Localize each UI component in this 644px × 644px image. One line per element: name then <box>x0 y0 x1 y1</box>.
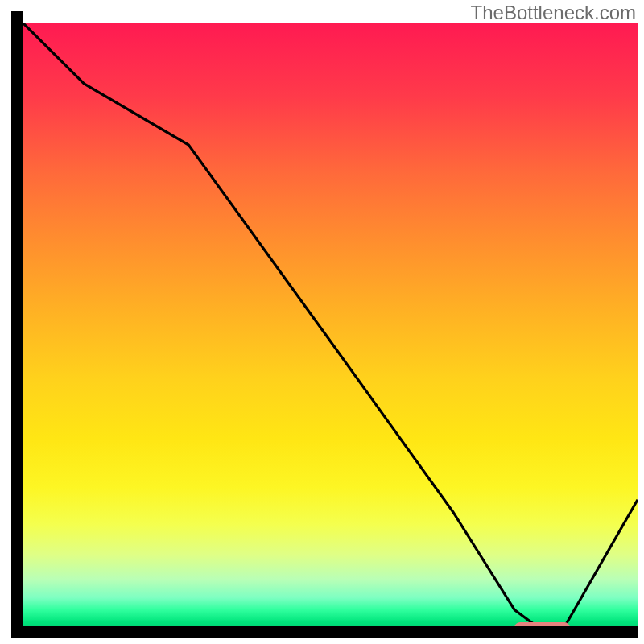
watermark-text: TheBottleneck.com <box>471 2 636 24</box>
axis-left <box>11 11 23 638</box>
chart-container: TheBottleneck.com <box>0 0 644 644</box>
curve-svg <box>23 23 638 634</box>
axis-bottom <box>11 626 638 638</box>
bottleneck-curve-path <box>23 23 638 628</box>
